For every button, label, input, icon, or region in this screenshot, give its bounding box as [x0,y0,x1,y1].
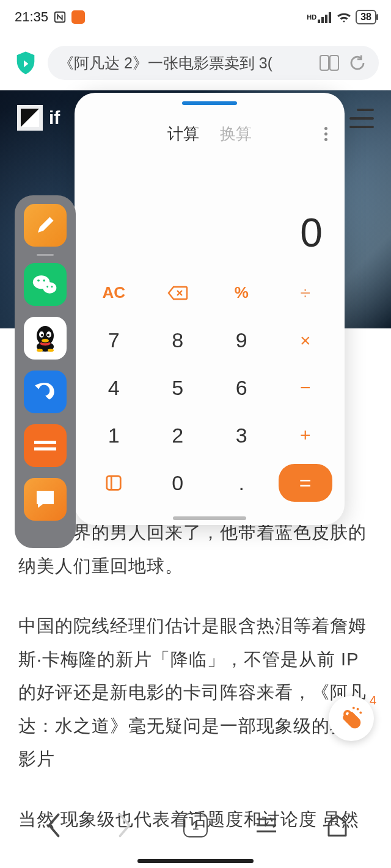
svg-rect-1 [318,20,320,23]
key-7[interactable]: 7 [83,318,145,363]
signal-icon [318,11,332,23]
svg-point-14 [43,280,45,282]
svg-point-13 [37,280,40,282]
svg-rect-27 [34,447,56,450]
battery-indicator: 38 [356,10,376,24]
reader-mode-icon[interactable] [319,52,340,73]
svg-rect-6 [330,56,338,70]
nav-tabs-button[interactable]: 1 [179,809,212,842]
window-resize-handle[interactable] [173,516,246,520]
site-menu-button[interactable] [349,109,374,128]
svg-point-25 [48,349,54,352]
site-logo[interactable]: if [17,105,60,131]
key-9[interactable]: 9 [211,318,272,363]
dock-app-calculator[interactable] [24,424,67,467]
address-bar[interactable]: 《阿凡达 2》一张电影票卖到 3( [48,46,379,80]
svg-point-23 [42,339,49,342]
key-dot[interactable]: . [211,460,272,505]
browser-bottom-nav: 1 [0,803,391,847]
article-paragraph: 中国的院线经理们估计是眼含热泪等着詹姆斯·卡梅隆的新片「降临」，不管是从前 IP… [18,609,373,776]
nav-back-button[interactable] [37,809,70,842]
nav-forward-button[interactable] [108,809,141,842]
browser-toolbar: 《阿凡达 2》一张电影票卖到 3( [0,42,391,84]
key-percent[interactable]: % [211,270,272,316]
svg-rect-2 [321,17,324,23]
svg-rect-4 [329,12,331,23]
dock-app-qq[interactable] [24,317,67,360]
key-expand[interactable] [83,460,145,505]
page-title: 《阿凡达 2》一张电影票卖到 3( [59,53,312,73]
dock-app-notes[interactable] [24,204,67,247]
svg-point-22 [47,334,49,336]
sidebar-dock[interactable] [15,195,76,548]
key-subtract[interactable]: − [275,366,337,411]
status-right: HD 38 [307,10,376,24]
calculator-display: 0 [75,145,345,267]
key-3[interactable]: 3 [211,413,272,458]
clap-icon [337,704,365,732]
logo-text: if [49,107,60,128]
key-2[interactable]: 2 [147,413,209,458]
key-ac[interactable]: AC [83,270,145,316]
status-time: 21:35 [15,9,48,25]
home-indicator[interactable] [137,859,254,863]
status-left: 21:35 [15,9,85,25]
svg-point-8 [357,708,359,711]
network-hd-label: HD [307,13,316,21]
wifi-icon [336,11,352,23]
key-4[interactable]: 4 [83,366,145,411]
recording-indicator-icon [71,10,85,24]
nav-menu-button[interactable] [250,809,283,842]
logo-icon [17,105,43,131]
key-multiply[interactable]: × [275,318,337,363]
clap-count: 4 [370,693,376,707]
key-6[interactable]: 6 [211,366,272,411]
calculator-floating-window[interactable]: 计算 换算 0 AC % ÷ 7 8 9 × 4 5 6 − 1 2 3 + 0… [75,93,345,525]
svg-rect-5 [320,56,329,70]
svg-rect-3 [325,15,327,23]
dock-separator [37,254,54,256]
adblock-shield-button[interactable] [12,49,39,76]
tab-count: 1 [183,813,208,837]
svg-point-15 [46,286,48,288]
svg-rect-10 [107,476,121,490]
svg-point-12 [43,282,56,293]
key-add[interactable]: + [275,413,337,458]
svg-point-16 [51,286,53,288]
window-drag-handle[interactable] [182,101,237,105]
key-5[interactable]: 5 [147,366,209,411]
svg-rect-26 [34,441,56,444]
clap-button[interactable]: 4 [329,696,374,741]
calculator-keypad: AC % ÷ 7 8 9 × 4 5 6 − 1 2 3 + 0 . = [75,267,345,516]
tab-convert[interactable]: 换算 [220,123,252,145]
dock-app-messages[interactable] [24,478,67,521]
svg-point-24 [37,349,43,352]
dock-app-wechat[interactable] [24,263,67,306]
dock-app-blue[interactable] [24,371,67,413]
svg-point-7 [353,707,355,709]
svg-point-9 [359,712,362,714]
status-bar: 21:35 HD 38 [0,0,391,34]
key-0[interactable]: 0 [147,460,209,505]
battery-pct: 38 [360,12,371,23]
key-divide[interactable]: ÷ [275,270,337,316]
nav-home-button[interactable] [321,809,354,842]
reload-icon[interactable] [347,52,368,73]
calculator-more-button[interactable] [324,127,327,141]
nfc-icon [53,10,67,24]
key-8[interactable]: 8 [147,318,209,363]
calculator-tabs: 计算 换算 [75,123,345,145]
key-equals[interactable]: = [279,464,333,502]
tab-calculate[interactable]: 计算 [167,123,199,145]
key-1[interactable]: 1 [83,413,145,458]
svg-point-21 [41,334,43,336]
key-delete[interactable] [147,270,209,316]
